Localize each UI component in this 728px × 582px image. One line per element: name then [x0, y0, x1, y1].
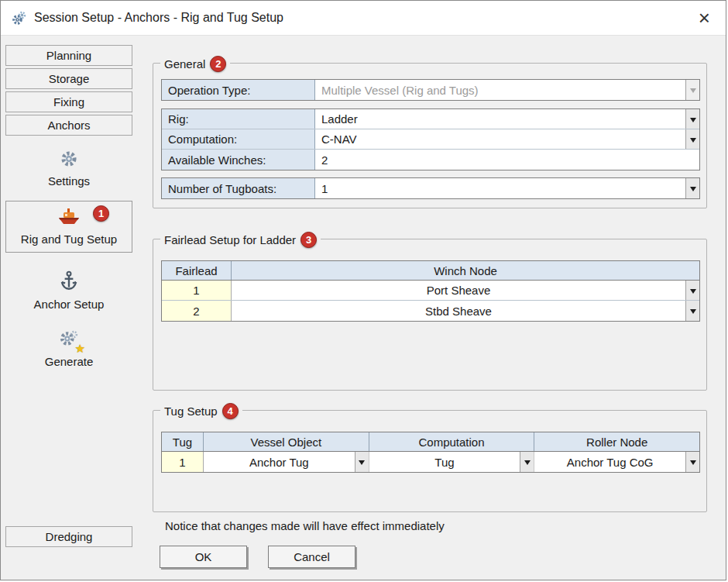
rig-select[interactable]: Ladder	[315, 109, 699, 129]
computation-value: C-NAV	[321, 133, 357, 146]
window-title: Session Setup - Anchors - Rig and Tug Se…	[34, 11, 283, 25]
field-label: Computation:	[162, 129, 315, 149]
session-setup-dialog: Session Setup - Anchors - Rig and Tug Se…	[0, 0, 726, 580]
table-row: 1 Port Sheave	[162, 281, 699, 301]
table-row: 2 Stbd Sheave	[162, 301, 699, 321]
column-header-vessel-object: Vessel Object	[204, 432, 369, 451]
fairlead-table: Fairlead Winch Node 1 Port Sheave 2 Stbd…	[161, 260, 700, 322]
group-title: Fairlead Setup for Ladder	[164, 233, 296, 246]
dropdown-arrow-icon[interactable]	[685, 452, 699, 472]
fairlead-group-label: Fairlead Setup for Ladder 3	[160, 230, 321, 249]
tug-computation-select[interactable]: Tug	[369, 452, 535, 472]
tug-row-number: 1	[162, 452, 204, 472]
dropdown-arrow-icon[interactable]	[685, 301, 699, 321]
field-label: Operation Type:	[162, 80, 315, 100]
column-header-winch-node: Winch Node	[232, 261, 699, 280]
title-bar: Session Setup - Anchors - Rig and Tug Se…	[1, 1, 726, 36]
tugboat-icon	[56, 207, 82, 227]
step-badge-4: 4	[222, 403, 239, 419]
dropdown-arrow-icon[interactable]	[685, 129, 699, 149]
vessel-object-select[interactable]: Anchor Tug	[204, 452, 369, 472]
dropdown-arrow-icon[interactable]	[685, 178, 699, 198]
sidebar-item-label: Rig and Tug Setup	[8, 232, 130, 246]
form-row: Operation Type: Multiple Vessel (Rig and…	[162, 80, 699, 100]
notice-text: Notice that changes made will have effec…	[165, 519, 445, 532]
close-icon[interactable]: ×	[694, 10, 715, 26]
roller-node-value: Anchor Tug CoG	[567, 456, 654, 469]
field-label: Available Winches:	[162, 150, 315, 170]
tug-computation-value: Tug	[434, 456, 454, 469]
dropdown-arrow-icon	[685, 80, 699, 100]
computation-select[interactable]: C-NAV	[315, 129, 699, 149]
column-header-computation: Computation	[369, 432, 535, 451]
tug-group-label: Tug Setup 4	[160, 401, 242, 420]
table-header-row: Tug Vessel Object Computation Roller Nod…	[162, 432, 699, 452]
form-row: Number of Tugboats: 1	[162, 178, 699, 198]
cancel-button[interactable]: Cancel	[268, 546, 355, 568]
sidebar: Planning Storage Fixing Anchors Settings	[5, 45, 132, 577]
form-row: Computation: C-NAV	[162, 129, 699, 150]
vessel-object-value: Anchor Tug	[249, 456, 309, 469]
step-badge-2: 2	[210, 56, 226, 72]
form-row: Rig: Ladder	[162, 109, 699, 129]
dropdown-arrow-icon[interactable]	[355, 452, 369, 472]
dropdown-arrow-icon[interactable]	[685, 281, 699, 300]
sidebar-item-settings[interactable]: Settings	[5, 145, 132, 191]
generate-gears-star-icon: ★	[59, 329, 79, 353]
field-label: Number of Tugboats:	[162, 178, 315, 198]
sidebar-button-dredging[interactable]: Dredging	[5, 526, 132, 547]
sidebar-button-storage[interactable]: Storage	[5, 68, 132, 89]
fairlead-row-number: 2	[162, 301, 232, 321]
dropdown-arrow-icon[interactable]	[520, 452, 534, 472]
general-group-label: General 2	[160, 54, 230, 73]
star-icon: ★	[75, 342, 85, 356]
column-header-fairlead: Fairlead	[162, 261, 232, 280]
anchor-icon	[59, 270, 79, 292]
column-header-tug: Tug	[162, 432, 204, 451]
sidebar-item-anchor-setup[interactable]: Anchor Setup	[5, 267, 132, 315]
fairlead-setup-group: Fairlead Setup for Ladder 3 Fairlead Win…	[153, 239, 707, 391]
number-of-tugboats-select[interactable]: 1	[315, 178, 699, 198]
winch-node-select[interactable]: Port Sheave	[232, 281, 699, 300]
group-title: Tug Setup	[164, 405, 218, 418]
sidebar-button-fixing[interactable]: Fixing	[5, 91, 132, 112]
available-winches-value: 2	[321, 153, 328, 167]
sidebar-button-anchors[interactable]: Anchors	[5, 115, 132, 136]
rig-settings-table: Rig: Ladder Computation: C-NAV Available…	[161, 108, 700, 170]
roller-node-select[interactable]: Anchor Tug CoG	[534, 452, 699, 472]
tug-table: Tug Vessel Object Computation Roller Nod…	[161, 432, 700, 473]
table-row: 1 Anchor Tug Tug Anchor Tug CoG	[162, 452, 699, 472]
gears-app-icon	[12, 10, 27, 26]
winch-node-value: Stbd Sheave	[425, 305, 492, 318]
ok-button[interactable]: OK	[160, 546, 247, 568]
sidebar-item-label: Generate	[7, 355, 131, 368]
sidebar-item-label: Anchor Setup	[7, 298, 131, 311]
operation-type-value: Multiple Vessel (Rig and Tugs)	[321, 84, 479, 97]
operation-type-select: Multiple Vessel (Rig and Tugs)	[315, 80, 699, 100]
operation-type-table: Operation Type: Multiple Vessel (Rig and…	[161, 79, 700, 101]
column-header-roller-node: Roller Node	[534, 432, 699, 451]
tugboats-table: Number of Tugboats: 1	[161, 177, 700, 199]
field-label: Rig:	[162, 109, 315, 129]
sidebar-item-label: Settings	[7, 174, 131, 188]
table-header-row: Fairlead Winch Node	[162, 261, 699, 281]
tug-setup-group: Tug Setup 4 Tug Vessel Object Computatio…	[153, 410, 707, 512]
general-group: General 2 Operation Type: Multiple Vesse…	[153, 63, 707, 208]
form-row: Available Winches: 2	[162, 150, 699, 170]
winch-node-value: Port Sheave	[427, 284, 491, 297]
settings-gear-icon	[59, 149, 79, 169]
available-winches-value-cell: 2	[315, 150, 699, 170]
rig-value: Ladder	[321, 112, 358, 126]
winch-node-select[interactable]: Stbd Sheave	[232, 301, 699, 321]
step-badge-3: 3	[300, 232, 317, 248]
group-title: General	[164, 57, 205, 71]
dropdown-arrow-icon[interactable]	[685, 109, 699, 129]
sidebar-button-planning[interactable]: Planning	[5, 45, 132, 66]
sidebar-item-rig-and-tug-setup[interactable]: 1 Rig and Tug Setup	[5, 201, 132, 253]
sidebar-item-generate[interactable]: ★ Generate	[5, 325, 132, 372]
step-badge-1: 1	[93, 205, 109, 222]
fairlead-row-number: 1	[162, 281, 232, 300]
number-of-tugboats-value: 1	[321, 182, 328, 195]
